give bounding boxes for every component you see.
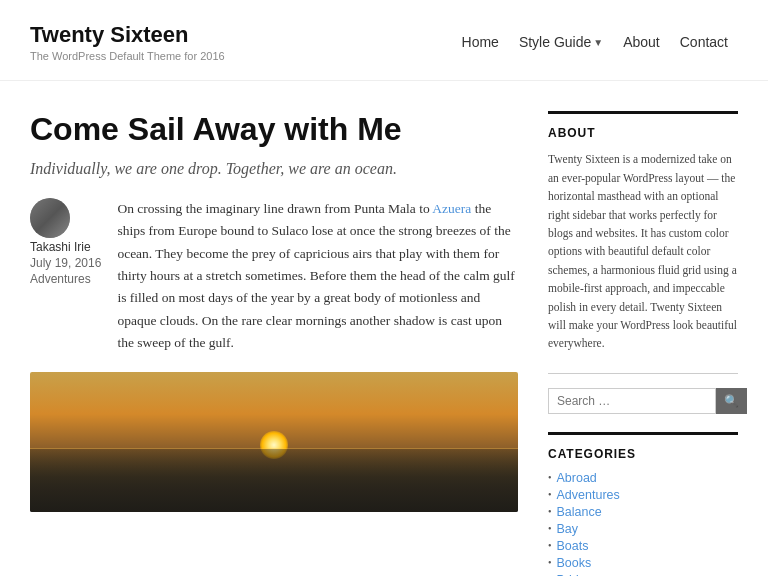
category-link-boats[interactable]: Boats bbox=[557, 539, 589, 553]
sidebar-about-title: ABOUT bbox=[548, 126, 738, 140]
bullet-icon: • bbox=[548, 489, 552, 500]
category-link-adventures[interactable]: Adventures bbox=[557, 488, 620, 502]
category-link-abroad[interactable]: Abroad bbox=[557, 471, 597, 485]
post-subtitle: Individually, we are one drop. Together,… bbox=[30, 160, 518, 178]
post-category: Adventures bbox=[30, 272, 101, 286]
bullet-icon: • bbox=[548, 557, 552, 568]
site-description: The WordPress Default Theme for 2016 bbox=[30, 50, 225, 62]
list-item: •Bay bbox=[548, 522, 738, 536]
post-body: On crossing the imaginary line drawn fro… bbox=[117, 198, 518, 354]
avatar bbox=[30, 198, 70, 238]
list-item: •Books bbox=[548, 556, 738, 570]
nav-style-guide[interactable]: Style Guide ▼ bbox=[509, 34, 613, 50]
bullet-icon: • bbox=[548, 506, 552, 517]
bullet-icon: • bbox=[548, 540, 552, 551]
main-nav: Home Style Guide ▼ About Contact bbox=[452, 34, 738, 50]
azuera-link[interactable]: Azuera bbox=[432, 201, 471, 216]
category-link-books[interactable]: Books bbox=[557, 556, 592, 570]
nav-about[interactable]: About bbox=[613, 34, 670, 50]
sidebar-about-text: Twenty Sixteen is a modernized take on a… bbox=[548, 150, 738, 352]
chevron-down-icon: ▼ bbox=[593, 37, 603, 48]
site-branding: Twenty Sixteen The WordPress Default The… bbox=[30, 22, 225, 62]
search-button[interactable]: 🔍 bbox=[716, 388, 747, 414]
site-header: Twenty Sixteen The WordPress Default The… bbox=[0, 0, 768, 81]
list-item: •Balance bbox=[548, 505, 738, 519]
nav-contact[interactable]: Contact bbox=[670, 34, 738, 50]
bullet-icon: • bbox=[548, 472, 552, 483]
category-link-bay[interactable]: Bay bbox=[557, 522, 579, 536]
bullet-icon: • bbox=[548, 523, 552, 534]
sidebar: ABOUT Twenty Sixteen is a modernized tak… bbox=[548, 111, 738, 576]
list-item: •Abroad bbox=[548, 471, 738, 485]
nav-home[interactable]: Home bbox=[452, 34, 509, 50]
post-date: July 19, 2016 bbox=[30, 256, 101, 270]
search-input[interactable] bbox=[548, 388, 716, 414]
water-graphic bbox=[30, 449, 518, 512]
author-name: Takashi Irie bbox=[30, 240, 101, 254]
sidebar-search-section: 🔍 bbox=[548, 373, 738, 414]
site-title: Twenty Sixteen bbox=[30, 22, 225, 48]
category-link-balance[interactable]: Balance bbox=[557, 505, 602, 519]
page-wrapper: Twenty Sixteen The WordPress Default The… bbox=[0, 0, 768, 576]
list-item: •Adventures bbox=[548, 488, 738, 502]
sidebar-about-section: ABOUT Twenty Sixteen is a modernized tak… bbox=[548, 111, 738, 352]
sidebar-categories-section: CATEGORIES •Abroad •Adventures •Balance … bbox=[548, 432, 738, 576]
post-title: Come Sail Away with Me bbox=[30, 111, 518, 148]
sidebar-categories-title: CATEGORIES bbox=[548, 447, 738, 461]
post-meta-column: Takashi Irie July 19, 2016 Adventures bbox=[30, 198, 101, 354]
post-featured-image bbox=[30, 372, 518, 512]
categories-list: •Abroad •Adventures •Balance •Bay •Boats… bbox=[548, 471, 738, 576]
post-content-area: Takashi Irie July 19, 2016 Adventures On… bbox=[30, 198, 518, 354]
main-content: Come Sail Away with Me Individually, we … bbox=[30, 111, 518, 576]
list-item: •Boats bbox=[548, 539, 738, 553]
content-wrapper: Come Sail Away with Me Individually, we … bbox=[0, 81, 768, 576]
